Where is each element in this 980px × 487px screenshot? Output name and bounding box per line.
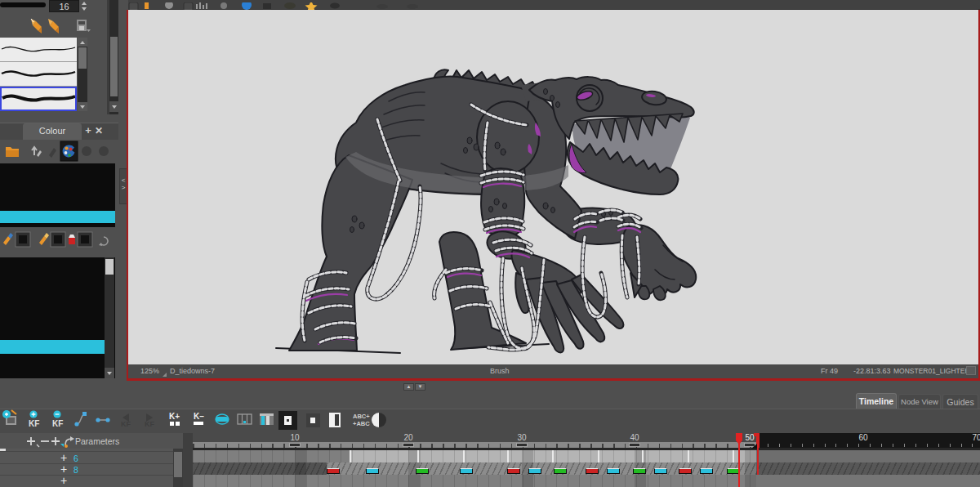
svg-text:+ABC: +ABC (353, 420, 370, 427)
svg-text:K–: K– (194, 412, 204, 421)
svg-text:KF: KF (52, 419, 63, 428)
svg-text:ABC+: ABC+ (353, 413, 370, 420)
svg-text:KF: KF (121, 420, 131, 428)
svg-text:KF: KF (29, 419, 39, 428)
svg-text:K+: K+ (169, 412, 180, 421)
svg-text:KF: KF (145, 420, 154, 428)
